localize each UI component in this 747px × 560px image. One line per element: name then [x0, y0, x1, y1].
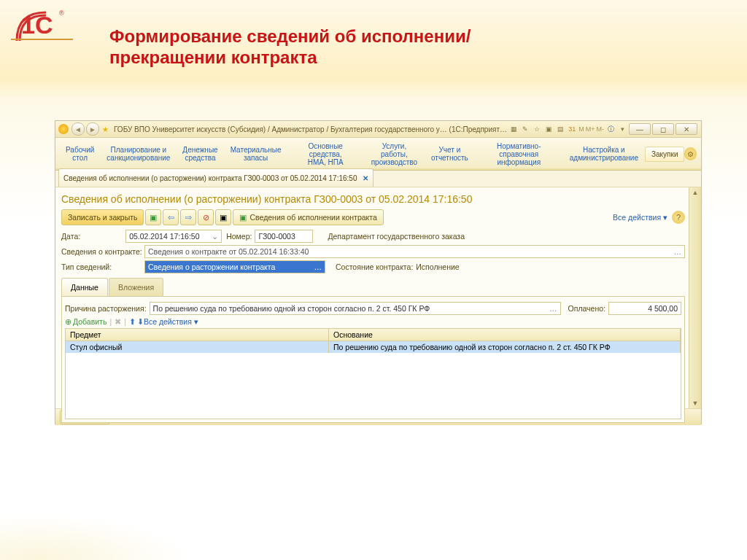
- move-down-icon[interactable]: ⬇: [137, 317, 144, 326]
- next-button[interactable]: ⇨: [180, 209, 196, 225]
- state-label: Состояние контракта:: [336, 262, 413, 271]
- cell-basis: По решению суда по требованию одной из с…: [329, 341, 681, 353]
- col-subject[interactable]: Предмет: [66, 329, 329, 341]
- app-icon: [58, 124, 69, 134]
- calendar-icon[interactable]: 31: [567, 124, 577, 134]
- memory-mplus-button[interactable]: M+: [586, 125, 595, 133]
- dropdown-icon[interactable]: ▾: [617, 124, 627, 134]
- memory-m-button[interactable]: M: [578, 125, 584, 133]
- section-materials[interactable]: Материальныезапасы: [225, 143, 288, 165]
- save-close-button[interactable]: Записать и закрыть: [61, 209, 144, 225]
- scroll-down-icon[interactable]: ▼: [689, 398, 701, 408]
- svg-text:®: ®: [59, 9, 64, 17]
- info-type-field[interactable]: Сведения о расторжении контракта…: [144, 260, 325, 273]
- section-procurement[interactable]: Закупки: [645, 147, 684, 162]
- info-icon[interactable]: ⓘ: [605, 124, 616, 134]
- sections-panel: Рабочийстол Планирование исанкционирован…: [55, 138, 701, 171]
- report-button[interactable]: ▣Сведения об исполнении контракта: [233, 209, 383, 225]
- add-button[interactable]: Добавить: [73, 317, 107, 326]
- state-value: Исполнение: [416, 262, 459, 271]
- move-up-icon[interactable]: ⬆: [129, 317, 136, 326]
- sub-tabs: Данные Вложения: [61, 278, 685, 296]
- toolbar-icon[interactable]: ☆: [532, 124, 542, 134]
- scrollbar[interactable]: ▲ ▼: [689, 187, 701, 408]
- date-field[interactable]: 05.02.2014 17:16:50⌄: [125, 230, 222, 243]
- grid: Предмет Основание Стул офисный По решени…: [65, 328, 681, 419]
- nav-back-button[interactable]: ◄: [71, 122, 85, 136]
- section-services[interactable]: Услуги, работы,производство: [364, 139, 425, 169]
- toolbar-icon[interactable]: ▦: [508, 124, 519, 134]
- cancel-post-button[interactable]: ⊘: [198, 209, 214, 225]
- paid-label: Оплачено:: [568, 304, 605, 313]
- logo: 1С ®: [11, 6, 73, 46]
- close-button[interactable]: ✕: [676, 123, 697, 135]
- grid-all-actions-link[interactable]: Все действия ▾: [144, 317, 198, 326]
- prev-button[interactable]: ⇦: [163, 209, 179, 225]
- tab-attachments[interactable]: Вложения: [109, 278, 163, 296]
- delete-icon[interactable]: ✖: [115, 317, 121, 326]
- section-accounting[interactable]: Учет иотчетность: [425, 143, 475, 165]
- form-title: Сведения об исполнении (о расторжении) к…: [61, 193, 685, 205]
- section-money[interactable]: Денежныесредства: [177, 143, 224, 165]
- post-button[interactable]: ▣: [145, 209, 161, 225]
- doc-tab-label: Сведения об исполнении (о расторжении) к…: [63, 174, 357, 182]
- doc-tabs: Сведения об исполнении (о расторжении) к…: [55, 171, 701, 187]
- number-label: Номер:: [226, 232, 252, 241]
- dept-label: Департамент государственного заказа: [328, 232, 465, 241]
- memory-mminus-button[interactable]: M-: [597, 125, 605, 133]
- add-icon: ⊕: [65, 317, 71, 326]
- contract-info-label: Сведения о контракте:: [61, 247, 142, 256]
- titlebar: ◄ ► ★ ГОБУ ВПО Университет искусств (Суб…: [55, 121, 701, 138]
- form-area: ▲ ▼ Сведения об исполнении (о расторжени…: [55, 187, 701, 409]
- col-basis[interactable]: Основание: [329, 329, 681, 341]
- section-admin[interactable]: Настройка иадминистрирование: [564, 143, 645, 165]
- toolbar-icon[interactable]: ▣: [543, 124, 554, 134]
- section-planning[interactable]: Планирование исанкционирование: [101, 143, 177, 165]
- all-actions-link[interactable]: Все действия ▾: [613, 213, 667, 222]
- calculator-icon[interactable]: ▤: [555, 124, 565, 134]
- command-bar: Записать и закрыть ▣ ⇦ ⇨ ⊘ ▣ ▣Сведения о…: [61, 209, 685, 225]
- table-row[interactable]: Стул офисный По решению суда по требован…: [66, 341, 681, 353]
- maximize-button[interactable]: ◻: [652, 123, 674, 135]
- tab-panel: Причина расторжения: По решению суда по …: [61, 296, 685, 423]
- more-button[interactable]: ▣: [215, 209, 231, 225]
- favorite-icon[interactable]: ★: [102, 125, 109, 133]
- date-label: Дата:: [61, 232, 80, 241]
- section-desktop[interactable]: Рабочийстол: [60, 143, 101, 165]
- slide-title: Формирование сведений об исполнении/ пре…: [109, 26, 471, 69]
- doc-tab-close-icon[interactable]: ✕: [363, 174, 368, 182]
- reason-field[interactable]: По решению суда по требованию одной из с…: [150, 302, 561, 315]
- sections-settings-icon[interactable]: ⚙: [684, 147, 697, 160]
- section-reference[interactable]: Нормативно-справочнаяинформация: [475, 139, 564, 169]
- scroll-up-icon[interactable]: ▲: [689, 187, 701, 198]
- toolbar-icon[interactable]: ✎: [520, 124, 530, 134]
- window-title: ГОБУ ВПО Университет искусств (Субсидия)…: [114, 125, 508, 133]
- reason-label: Причина расторжения:: [65, 304, 147, 313]
- section-assets[interactable]: Основные средства,НМА, НПА: [287, 139, 363, 169]
- help-icon[interactable]: ?: [672, 211, 685, 224]
- minimize-button[interactable]: —: [629, 123, 651, 135]
- doc-tab[interactable]: Сведения об исполнении (о расторжении) к…: [58, 168, 374, 187]
- info-type-label: Тип сведений:: [61, 262, 142, 271]
- nav-forward-button[interactable]: ►: [86, 122, 99, 136]
- app-window: ◄ ► ★ ГОБУ ВПО Университет искусств (Суб…: [55, 120, 702, 424]
- number-field[interactable]: ГЗ00-0003: [255, 230, 313, 243]
- paid-field[interactable]: 4 500,00: [608, 302, 681, 315]
- cell-subject: Стул офисный: [66, 341, 329, 353]
- contract-info-field[interactable]: Сведения о контракте от 05.02.2014 16:33…: [144, 245, 685, 258]
- tab-data[interactable]: Данные: [61, 278, 108, 296]
